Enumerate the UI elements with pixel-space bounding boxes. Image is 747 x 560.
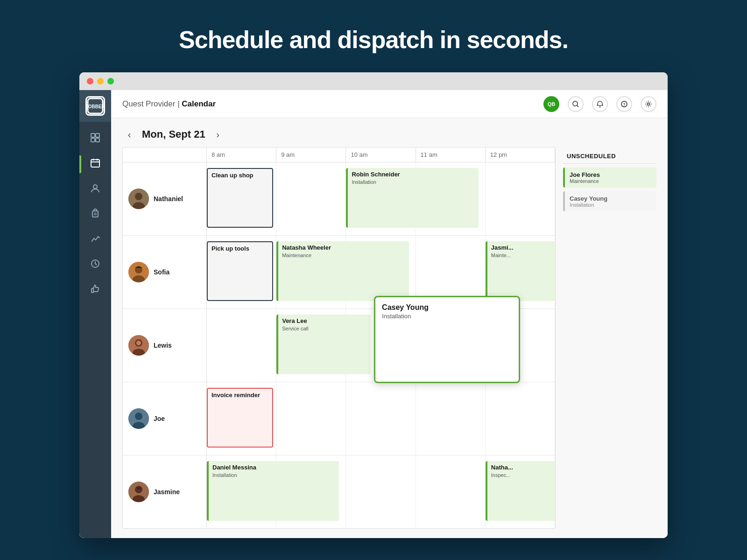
svg-rect-15 [92,288,93,293]
unscheduled-title: UNSCHEDULED [563,147,656,164]
event-subtitle: Service call [282,325,366,332]
time-10am: 10 am [346,147,416,162]
event-daniel-messina[interactable]: Daniel Messina Installation [207,461,339,521]
grid-body: Nathaniel Clean up shop [123,162,555,528]
svg-rect-2 [91,133,95,137]
quickbooks-button[interactable]: QB [543,96,559,112]
search-button[interactable] [568,96,584,112]
person-name: Nathaniel [154,195,183,203]
event-subtitle: Installation [212,472,335,478]
calendar-grid: 8 am 9 am 10 am 11 am 12 pm [122,147,556,529]
time-cell [207,309,276,382]
dashboard-icon [90,133,100,146]
sidebar-logo[interactable]: JOBBER [79,90,111,122]
time-header: 8 am 9 am 10 am 11 am 12 pm [123,147,555,162]
svg-rect-3 [96,133,99,137]
notifications-button[interactable] [592,96,608,112]
table-row: Lewis Vera Lee [123,309,555,382]
sidebar-item-jobs[interactable] [79,202,111,227]
dot-yellow[interactable] [97,78,104,84]
event-clean-up-shop[interactable]: Clean up shop [207,168,273,228]
dot-green[interactable] [107,78,114,84]
sidebar-item-reviews[interactable] [79,278,111,303]
reports-icon [90,233,100,246]
event-title: Invoice reminder [211,392,268,399]
svg-point-16 [573,101,578,106]
sidebar-item-time[interactable] [79,252,111,278]
logo-inner: JOBBER [85,96,105,116]
svg-text:JOBBER: JOBBER [87,104,104,109]
time-cell [416,382,486,455]
event-subtitle: Installation [382,313,512,321]
jobs-icon [90,208,100,221]
calendar-container: 8 am 9 am 10 am 11 am 12 pm [111,147,668,538]
person-cell-joe: Joe [123,382,207,455]
time-11am: 11 am [416,147,486,162]
event-vera-lee[interactable]: Vera Lee Service call [276,315,370,374]
event-jasmine-maintenance[interactable]: Jasmi... Mainte... [486,241,555,301]
person-cell-nathaniel: Nathaniel [123,162,207,235]
time-cell [346,382,416,455]
time-cell [416,455,486,528]
browser-chrome [79,72,668,90]
sidebar-item-calendar[interactable] [79,152,111,177]
event-robin-schneider[interactable]: Robin Schneider Installation [346,168,478,228]
event-invoice-reminder[interactable]: Invoice reminder [207,388,273,448]
table-row: Jasmine Daniel Messina [123,455,555,528]
unscheduled-card-title: Casey Young [570,195,652,202]
sidebar-item-dashboard[interactable] [79,126,111,152]
prev-day-button[interactable]: ‹ [122,127,136,141]
svg-rect-4 [91,138,95,142]
event-title: Pick up tools [211,245,268,253]
calendar-header: ‹ Mon, Sept 21 › [111,118,668,147]
browser-window: JOBBER [79,72,668,538]
svg-point-35 [135,486,142,493]
time-cell [486,162,555,235]
dot-red[interactable] [87,78,93,84]
event-casey-young-floating[interactable]: Casey Young Installation [374,296,520,383]
unscheduled-card-sub: Maintenance [570,178,652,184]
svg-line-17 [577,105,578,107]
event-title: Natasha Wheeler [282,244,405,252]
event-title: Robin Schneider [352,171,474,179]
event-natasha-wheeler[interactable]: Natasha Wheeler Maintenance [276,241,409,301]
svg-point-22 [135,193,142,200]
sidebar-item-clients[interactable] [79,177,111,202]
sidebar-item-reports[interactable] [79,227,111,252]
unscheduled-panel: UNSCHEDULED Joe Flores Maintenance Casey… [563,147,656,529]
time-cells-joe: Invoice reminder [207,382,555,455]
thumbs-up-icon [90,284,100,297]
svg-point-20 [648,103,650,105]
table-row: Nathaniel Clean up shop [123,162,555,236]
svg-point-30 [136,341,141,345]
svg-rect-6 [91,160,99,167]
top-bar-icons: QB [543,96,656,112]
app-layout: JOBBER [79,90,668,538]
svg-text:?: ? [623,102,626,107]
event-title: Clean up shop [211,172,268,180]
time-cells-jasmine: Daniel Messina Installation Natha... Ins… [207,455,555,528]
unscheduled-card-casey-young[interactable]: Casey Young Installation [563,191,656,211]
event-title: Jasmi... [491,244,551,252]
event-natha-inspect[interactable]: Natha... Inspec... [486,461,555,521]
time-icon [90,259,100,272]
event-subtitle: Inspec... [491,472,551,478]
person-name: Jasmine [154,488,180,496]
provider-name: Quest Provider [122,99,175,108]
unscheduled-card-title: Joe Flores [570,171,652,178]
top-bar: Quest Provider | Calendar QB [111,90,668,118]
person-name: Sofia [154,268,169,276]
time-cols: 8 am 9 am 10 am 11 am 12 pm [207,147,555,162]
next-day-button[interactable]: › [211,127,225,141]
person-cell-lewis: Lewis [123,309,207,382]
person-cell-sofia: Sofia [123,236,207,308]
settings-button[interactable] [641,96,656,112]
help-button[interactable]: ? [616,96,632,112]
time-cell [346,455,416,528]
event-pick-up-tools[interactable]: Pick up tools [207,241,273,301]
event-subtitle: Installation [352,179,474,185]
current-page: Calendar [182,99,216,108]
avatar [128,262,149,282]
page-title: Schedule and dispatch in seconds. [179,26,568,54]
unscheduled-card-joe-flores[interactable]: Joe Flores Maintenance [563,168,656,188]
